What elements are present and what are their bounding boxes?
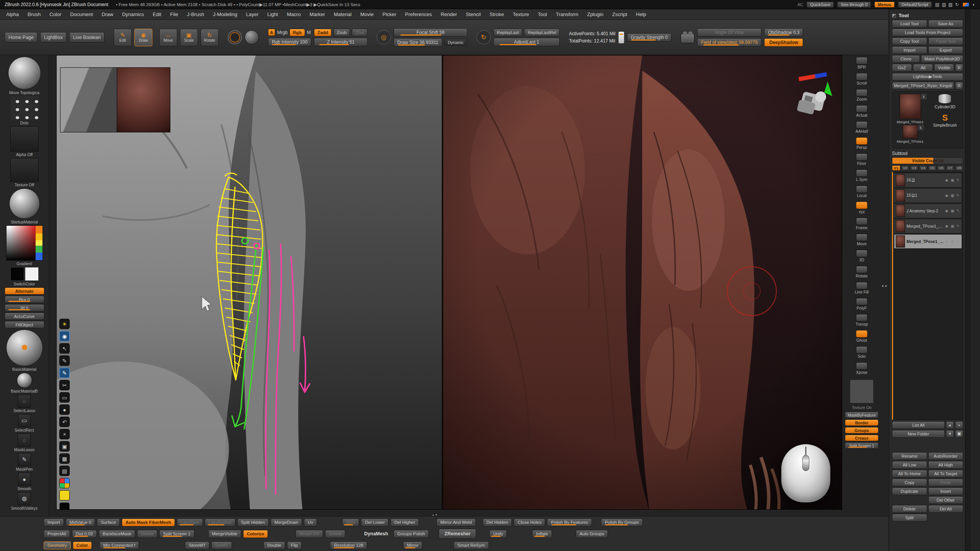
goz-all-button[interactable]: All [913,64,933,72]
menu-item[interactable]: Movie [360,11,374,17]
duplicate-button[interactable]: Duplicate [892,487,927,495]
menu-item[interactable]: Document [70,11,93,17]
switch-color[interactable]: SwitchColor [10,267,39,286]
menu-item[interactable]: J-Brush [187,11,204,17]
menu-item[interactable]: Layer [246,11,259,17]
basic-material[interactable]: BasicMaterial [6,329,43,372]
delmt-button[interactable]: DelMT [211,541,232,549]
focal-shift-slider[interactable]: Focal Shift 59 [394,28,467,37]
tray-collapse-handle[interactable]: ▲▼ [432,514,438,516]
tool-thumbnail-active[interactable]: 5 [900,94,921,119]
split-screen-button[interactable]: Split Screen 1 [845,442,879,449]
subtool-row[interactable]: Merged_TPose1_Ryan_Kingslie ◉ ▦ ✎ [894,234,962,249]
panel-menu-icon[interactable]: ◩ [892,13,896,18]
menu-item[interactable]: J-Modeling [213,11,237,17]
linefill-button[interactable]: Line Fill [844,280,879,296]
menu-item[interactable]: Tool [538,11,547,17]
accucurve-button[interactable]: AccuCurve [5,313,44,320]
actual-button[interactable]: Actual [844,103,879,119]
subtool-visibility-icons[interactable]: ◉ ▦ ✎ [945,178,960,182]
rename-button[interactable]: Rename [892,452,927,460]
copy-tool-button[interactable]: Copy Tool [892,37,927,45]
inflate-slider[interactable]: Inflate [532,530,552,538]
eye-icon[interactable]: ◉ [59,331,70,341]
menu-item[interactable]: Transform [556,11,578,17]
gradient-picker[interactable] [6,225,43,261]
panels-icon[interactable]: ▤ [935,2,939,7]
pen-icon[interactable]: ✎ [59,355,70,366]
light-icon[interactable]: ☀ [59,319,70,329]
fillobject-button[interactable]: FillObject [5,321,44,328]
menu-item[interactable]: Preferences [405,11,432,17]
all-high-button[interactable]: All High [928,461,964,469]
marker-icon[interactable]: ✎ [59,368,70,378]
solo3d-button[interactable]: 3D [844,248,879,264]
rf-slider[interactable]: Rf 0 [5,304,44,311]
clone-button[interactable]: Clone [892,55,920,63]
lazystep-slider[interactable]: LazyStep [177,518,203,527]
list-all-button[interactable]: List All [892,421,945,429]
palette-icon[interactable] [59,478,70,488]
cursor-icon[interactable]: ↖ [59,343,70,354]
mergedown-button[interactable]: MergeDown [271,518,302,527]
lazyradius-slider[interactable]: LazyRadius [205,518,235,527]
auto-groups-button[interactable]: Auto Groups [576,530,608,538]
unify-slider[interactable]: Unify [489,530,507,538]
zadd-button[interactable]: Zadd [314,29,331,36]
resolution-slider[interactable]: Resolution 128 [330,541,367,549]
hue-strip[interactable] [36,226,42,260]
m-button[interactable]: M [307,30,311,35]
replay-last-button[interactable]: ReplayLast [493,29,523,36]
dynamesh-label[interactable]: DynaMesh [361,530,392,538]
smart-resym-button[interactable]: Smart ReSym [454,541,489,549]
undo-icon[interactable]: ↶ [59,417,70,427]
select-lasso-brush[interactable]: ◌ SelectLasso [13,395,35,413]
document-canvas[interactable]: ☀◉↖✎✎✂▭●↶×▣▦▤ [56,55,842,510]
eraser-icon[interactable]: ▭ [59,392,70,403]
subtool-down-icon[interactable]: ▾ [946,430,954,438]
menu-item[interactable]: Render [441,11,457,17]
saturation-square[interactable] [10,226,36,260]
load-tools-from-project-button[interactable]: Load Tools From Project [892,29,963,36]
subtool-header[interactable]: Subtool [892,151,963,156]
main-color-swatch[interactable] [10,267,24,281]
del-other-button[interactable]: Del Other [928,496,964,504]
insert-button[interactable]: Insert [928,487,964,495]
menu-item[interactable]: Alpha [6,11,19,17]
load-tool-button[interactable]: Load Tool [892,20,927,28]
storemt-button[interactable]: StoreMT [185,541,209,549]
subtool-row[interactable]: 15겹1 ◉ ▦ ✎ [894,188,962,203]
active-tool-r-button[interactable]: R [955,82,963,90]
menu-item[interactable]: Texture [513,11,529,17]
menu-item[interactable]: Help [636,11,646,17]
solo-button[interactable]: Solo [844,344,879,360]
color-picker[interactable]: Gradient [6,225,43,266]
crease-button[interactable]: Crease [845,435,879,441]
adjust-last-slider[interactable]: AdjustLast 1 [493,38,560,46]
active-tool-name[interactable]: Merged_TPose1_Ryan_Kingsli [892,82,954,90]
menu-item[interactable]: File [170,11,178,17]
menu-item[interactable]: Stroke [490,11,504,17]
menu-item[interactable]: Dynamics [122,11,144,17]
export-button[interactable]: Export [928,46,964,54]
reference-thumbnail-red[interactable] [117,68,170,132]
lightbox-tools-button[interactable]: Lightbox▶Tools [892,73,963,81]
divider-icon[interactable]: ▧ [948,2,952,7]
subtool-version-tab[interactable]: V7 [946,165,954,171]
mask-pen-brush[interactable]: ✎ MaskPen [16,453,33,471]
dot-icon[interactable]: ● [59,404,70,415]
menu-item[interactable]: Material [334,11,351,17]
del-higher-button[interactable]: Del Higher [390,518,419,527]
dynamic-button[interactable]: Dynamic [444,39,467,46]
rotate-button[interactable]: ↻ Rotate [201,29,219,46]
groups-button[interactable]: Groups [845,427,879,434]
mrgb-button[interactable]: Mrgb [277,30,287,35]
subtool-row[interactable]: J Anatomy Step-2 ◉ ▦ ✎ [894,204,962,218]
save-as-button[interactable]: Save As [928,20,964,28]
split-screen-slider[interactable]: Split Screen 1 [159,530,194,538]
split-hidden-button[interactable]: Split Hidden [237,518,269,527]
alpha-picker[interactable]: Alpha Off [10,126,39,157]
delete-button[interactable]: Delete [137,530,157,538]
menu-item[interactable]: Color [49,11,61,17]
clipboard-icon[interactable]: ▤ [59,466,70,476]
